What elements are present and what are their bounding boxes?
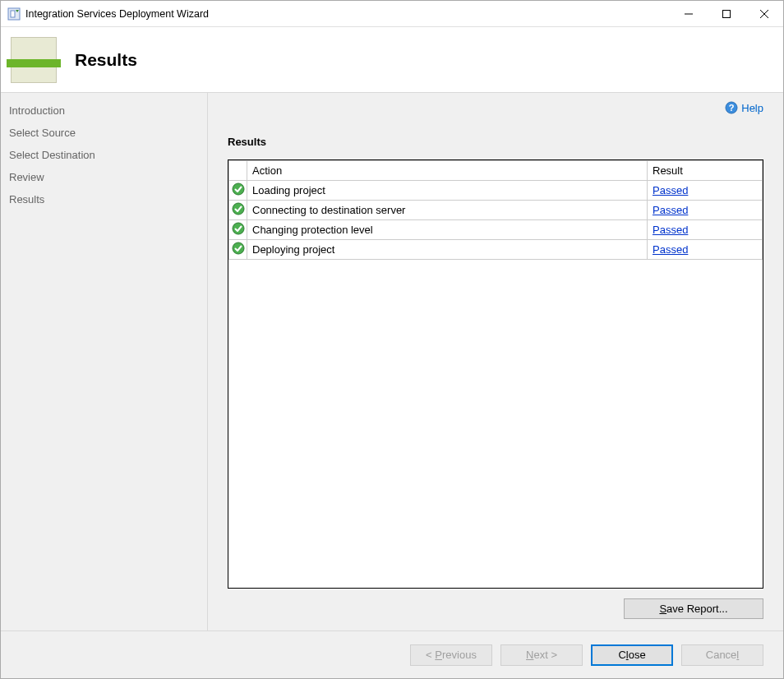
action-cell: Loading project	[247, 181, 648, 201]
column-header-result[interactable]: Result	[648, 161, 763, 181]
svg-point-8	[233, 183, 244, 195]
svg-rect-3	[723, 10, 731, 17]
svg-point-9	[233, 203, 244, 215]
svg-point-10	[233, 223, 244, 234]
status-cell	[229, 240, 247, 260]
body: Introduction Select Source Select Destin…	[1, 93, 783, 630]
next-button: Next >	[500, 644, 583, 666]
result-link[interactable]: Passed	[653, 204, 688, 216]
result-cell: Passed	[648, 201, 763, 220]
status-cell	[229, 201, 247, 220]
help-link[interactable]: ? Help	[725, 101, 763, 114]
header: Results	[1, 27, 783, 93]
previous-button: < Previous	[410, 644, 492, 666]
sidebar-item-introduction[interactable]: Introduction	[1, 99, 207, 122]
close-button[interactable]: Close	[591, 644, 673, 666]
minimize-button[interactable]	[670, 1, 708, 26]
sidebar-item-select-destination[interactable]: Select Destination	[1, 144, 207, 166]
result-cell: Passed	[648, 181, 763, 201]
cancel-button: Cancel	[681, 644, 763, 666]
success-icon	[232, 182, 245, 196]
help-icon: ?	[725, 101, 738, 114]
action-cell: Connecting to destination server	[247, 201, 648, 220]
app-icon	[7, 7, 21, 21]
close-window-button[interactable]	[745, 1, 783, 26]
svg-text:?: ?	[729, 103, 735, 113]
success-icon	[232, 222, 245, 235]
success-icon	[232, 202, 245, 215]
column-header-action[interactable]: Action	[247, 161, 648, 181]
sidebar-item-results[interactable]: Results	[1, 188, 207, 210]
sidebar-item-select-source[interactable]: Select Source	[1, 122, 207, 144]
wizard-window: Integration Services Deployment Wizard R…	[0, 0, 784, 679]
help-label: Help	[741, 102, 763, 114]
table-row: Loading project Passed	[229, 181, 763, 201]
footer: < Previous Next > Close Cancel	[1, 630, 783, 678]
window-title: Integration Services Deployment Wizard	[25, 8, 670, 20]
save-report-label-rest: ave Report...	[666, 603, 727, 615]
results-table: Action Result Loading project	[228, 160, 763, 260]
save-report-button[interactable]: Save Report...	[624, 598, 763, 619]
maximize-button[interactable]	[708, 1, 745, 26]
action-cell: Changing protection level	[247, 220, 648, 240]
wizard-header-icon	[11, 37, 57, 83]
titlebar: Integration Services Deployment Wizard	[1, 1, 783, 27]
status-cell	[229, 220, 247, 240]
success-icon	[232, 242, 245, 255]
result-cell: Passed	[648, 240, 763, 260]
table-row: Deploying project Passed	[229, 240, 763, 260]
window-controls	[670, 1, 783, 26]
result-link[interactable]: Passed	[653, 184, 688, 196]
svg-point-11	[233, 242, 244, 254]
section-title: Results	[228, 136, 763, 148]
column-header-status-icon[interactable]	[229, 161, 247, 181]
result-link[interactable]: Passed	[653, 243, 688, 256]
svg-rect-1	[11, 11, 15, 17]
table-row: Changing protection level Passed	[229, 220, 763, 240]
sidebar: Introduction Select Source Select Destin…	[1, 93, 208, 630]
sidebar-item-review[interactable]: Review	[1, 166, 207, 188]
table-row: Connecting to destination server Passed	[229, 201, 763, 220]
results-table-container: Action Result Loading project	[228, 159, 763, 589]
page-title: Results	[75, 50, 137, 70]
help-row: ? Help	[228, 101, 763, 114]
save-report-row: Save Report...	[228, 598, 763, 619]
status-cell	[229, 181, 247, 201]
action-cell: Deploying project	[247, 240, 648, 260]
result-cell: Passed	[648, 220, 763, 240]
result-link[interactable]: Passed	[653, 224, 688, 236]
main-content: ? Help Results Action Result	[208, 93, 783, 630]
